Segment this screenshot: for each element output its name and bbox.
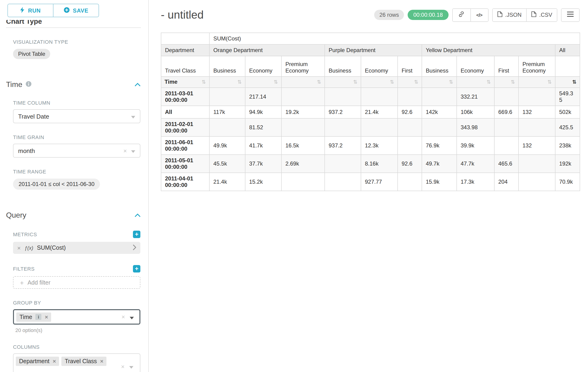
save-button[interactable]: SAVE	[53, 4, 99, 17]
value-cell: 39.9k	[457, 137, 494, 155]
group-by-control: GROUP BY Time i × × 20 option(s)	[13, 300, 140, 333]
value-cell: 92.6	[398, 155, 422, 173]
travel-class-header-row: Travel ClassBusinessEconomyPremium Econo…	[161, 56, 580, 76]
filters-control: FILTERS + + Add filter	[13, 265, 140, 289]
sort-icon[interactable]: ⇅	[274, 79, 278, 85]
clear-icon[interactable]: ×	[122, 313, 125, 320]
time-range-value[interactable]: 2011-01-01 ≤ col < 2011-06-30	[13, 179, 100, 190]
sort-header-cell[interactable]: ⇅	[555, 76, 580, 88]
sort-icon[interactable]: ⇅	[353, 79, 357, 85]
sort-icon[interactable]: ⇅	[317, 79, 321, 85]
sort-header-row: Time⇅⇅⇅⇅⇅⇅⇅⇅⇅⇅⇅⇅	[161, 76, 580, 88]
sort-header-cell[interactable]: ⇅	[518, 76, 555, 88]
time-column-select[interactable]: Travel Date	[13, 109, 140, 123]
remove-pill-icon[interactable]: ×	[45, 314, 48, 320]
sort-icon[interactable]: ⇅	[414, 79, 418, 85]
hamburger-icon	[567, 12, 574, 18]
group-by-select[interactable]: Time i × ×	[13, 309, 140, 325]
sort-icon[interactable]: ⇅	[202, 79, 206, 85]
sort-header-cell[interactable]: ⇅	[494, 76, 518, 88]
value-cell: 549.35	[555, 88, 580, 106]
travel-class-header: Premium Economy	[518, 56, 555, 76]
value-cell: 132	[518, 137, 555, 155]
travel-class-header: Economy	[361, 56, 398, 76]
time-grain-select[interactable]: month ×	[13, 144, 140, 158]
sort-header-cell[interactable]: ⇅	[325, 76, 361, 88]
export-csv-label: .CSV	[539, 12, 552, 18]
visualization-type-value[interactable]: Pivot Table	[13, 49, 51, 59]
sort-header-cell[interactable]: ⇅	[457, 76, 494, 88]
run-button[interactable]: RUN	[8, 4, 53, 17]
run-save-bar: RUN SAVE	[0, 0, 148, 17]
chart-title: - untitled	[161, 8, 204, 21]
value-cell	[494, 88, 518, 106]
sort-header-cell[interactable]: ⇅	[361, 76, 398, 88]
time-column-value: Travel Date	[18, 113, 131, 120]
department-header: Orange Department	[210, 44, 325, 56]
embed-code-button[interactable]: </>	[470, 9, 488, 21]
export-csv-button[interactable]: .CSV	[526, 9, 557, 21]
export-json-button[interactable]: .JSON	[493, 9, 526, 21]
value-cell: 927.77	[361, 173, 398, 191]
time-axis-header[interactable]: Time⇅	[161, 76, 210, 88]
value-cell: 937.2	[325, 137, 361, 155]
value-cell: 117k	[210, 106, 245, 118]
value-cell	[210, 118, 245, 137]
value-cell	[398, 88, 422, 106]
sort-header-cell[interactable]: ⇅	[245, 76, 282, 88]
table-row: 2011-03-01 00:00:00217.14332.21549.35	[161, 88, 580, 106]
remove-pill-icon[interactable]: ×	[53, 358, 56, 365]
metric-option[interactable]: × ƒ(x) SUM(Cost)	[13, 242, 140, 254]
sort-icon[interactable]: ⇅	[487, 79, 491, 85]
value-cell: 2.69k	[282, 155, 325, 173]
sort-header-cell[interactable]: ⇅	[210, 76, 245, 88]
travel-class-header: Business	[325, 56, 361, 76]
chevron-up-icon[interactable]	[135, 213, 140, 217]
copy-link-button[interactable]	[452, 9, 470, 21]
value-cell: 8.16k	[361, 155, 398, 173]
sort-icon[interactable]: ⇅	[238, 79, 242, 85]
share-button-group: </>	[452, 8, 488, 22]
remove-metric-icon[interactable]: ×	[17, 244, 21, 251]
value-cell	[422, 88, 457, 106]
metric-value: SUM(Cost)	[37, 244, 129, 251]
value-cell: 21.4k	[210, 173, 245, 191]
plus-circle-icon	[64, 7, 70, 14]
value-cell	[282, 88, 325, 106]
clear-icon[interactable]: ×	[123, 147, 127, 154]
function-icon: ƒ(x)	[24, 245, 33, 251]
sort-header-cell[interactable]: ⇅	[422, 76, 457, 88]
remove-pill-icon[interactable]: ×	[100, 358, 104, 365]
value-cell: 132	[518, 106, 555, 118]
filters-label: FILTERS	[13, 266, 35, 272]
value-cell: 204	[494, 173, 518, 191]
value-cell: 81.52	[245, 118, 282, 137]
control-panel: RUN SAVE Chart Type VISUALIZATION TYPE P…	[0, 0, 149, 372]
all-column-header: All	[555, 44, 580, 56]
columns-pill[interactable]: Department ×	[16, 357, 59, 366]
sort-icon[interactable]: ⇅	[511, 79, 515, 85]
code-icon: </>	[476, 12, 482, 17]
link-icon	[458, 11, 465, 19]
add-filter-button[interactable]: + Add filter	[13, 276, 140, 289]
columns-select[interactable]: Department × Travel Class × ×	[13, 353, 140, 372]
group-by-pill[interactable]: Time i ×	[16, 312, 51, 321]
add-filter-plus-button[interactable]: +	[133, 265, 140, 273]
chevron-right-icon[interactable]	[133, 244, 136, 251]
plus-icon: +	[20, 279, 24, 286]
sort-header-cell[interactable]: ⇅	[282, 76, 325, 88]
sort-icon[interactable]: ⇅	[449, 79, 453, 85]
clear-icon[interactable]: ×	[121, 363, 125, 370]
sort-header-cell[interactable]: ⇅	[398, 76, 422, 88]
hamburger-menu-button[interactable]	[561, 9, 579, 21]
value-cell	[325, 173, 361, 191]
add-metric-button[interactable]: +	[133, 231, 140, 238]
row-label: 2011-02-01 00:00:00	[161, 118, 210, 137]
chevron-up-icon[interactable]	[135, 83, 140, 86]
columns-pill[interactable]: Travel Class ×	[62, 357, 107, 366]
sort-icon[interactable]: ⇅	[572, 79, 576, 85]
time-grain-control: TIME GRAIN month ×	[13, 134, 140, 158]
sort-icon[interactable]: ⇅	[390, 79, 394, 85]
value-cell: 92.6	[398, 106, 422, 118]
sort-icon[interactable]: ⇅	[547, 79, 552, 85]
